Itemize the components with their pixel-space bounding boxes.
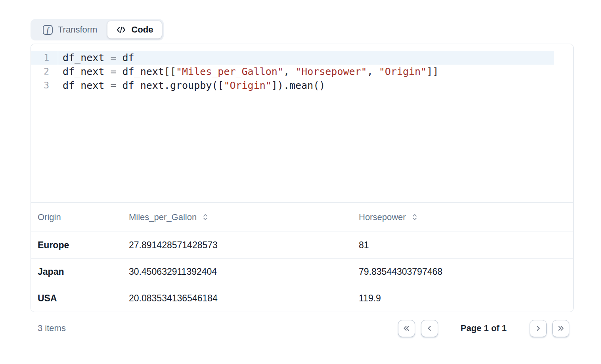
column-header-label: Horsepower [359, 212, 406, 222]
code-token: ]).mean() [272, 80, 325, 91]
cell-origin: USA [31, 293, 129, 304]
cell-horsepower: 81 [359, 240, 573, 251]
code-line: 2df_next = df_next[["Miles_per_Gallon", … [31, 65, 554, 79]
sort-icon [202, 213, 209, 221]
tab-code-label: Code [131, 25, 153, 35]
column-header-label: Miles_per_Gallon [129, 212, 197, 222]
line-number: 3 [31, 79, 58, 92]
column-header-horsepower: Horsepower [359, 212, 573, 222]
code-token: df_next = df_next[[ [63, 66, 176, 77]
code-token: , [367, 66, 379, 77]
next-page-button[interactable] [530, 320, 547, 337]
code-and-result-card: 1df_next = df2df_next = df_next[["Miles_… [31, 44, 574, 312]
table-header-row: OriginMiles_per_GallonHorsepower [31, 203, 573, 232]
code-token: , [283, 66, 295, 77]
code-token: "Horsepower" [295, 66, 367, 77]
last-page-button[interactable] [552, 320, 569, 337]
code-icon [116, 25, 126, 34]
cell-horsepower: 119.9 [359, 293, 573, 304]
table-body: Europe27.89142857142857381Japan30.450632… [31, 232, 573, 312]
tab-code[interactable]: Code [107, 21, 162, 38]
code-content: df_next = df_next.groupby(["Origin"]).me… [58, 79, 325, 92]
table-row: Japan30.45063291139240479.83544303797468 [31, 259, 573, 285]
code-line: 1df_next = df [31, 51, 554, 65]
sort-button[interactable] [202, 213, 209, 221]
cell-miles-per-gallon: 27.891428571428573 [129, 240, 359, 251]
code-token: "Origin" [379, 66, 427, 77]
last-page-icon [557, 324, 565, 332]
next-page-icon [534, 324, 542, 332]
page-indicator: Page 1 of 1 [461, 323, 507, 333]
gutter-divider [58, 44, 58, 202]
code-content: df_next = df [58, 51, 134, 65]
column-header-origin: Origin [31, 212, 129, 222]
first-page-icon [402, 324, 411, 332]
code-token: df_next = df_next.groupby([ [63, 80, 224, 91]
cell-origin: Europe [31, 240, 129, 251]
cell-horsepower: 79.83544303797468 [359, 266, 573, 277]
code-token: "Miles_per_Gallon" [176, 66, 283, 77]
tab-transform[interactable]: f Transform [33, 21, 107, 38]
cell-miles-per-gallon: 30.450632911392404 [129, 266, 359, 277]
table-row: USA20.083534136546184119.9 [31, 285, 573, 312]
cell-miles-per-gallon: 20.083534136546184 [129, 293, 359, 304]
items-count: 3 items [31, 323, 398, 333]
prev-page-button[interactable] [421, 320, 438, 337]
code-editor[interactable]: 1df_next = df2df_next = df_next[["Miles_… [31, 44, 573, 203]
sort-button[interactable] [412, 213, 418, 221]
pagination-controls: Page 1 of 1 [398, 320, 569, 337]
cell-origin: Japan [31, 266, 129, 277]
line-number: 2 [31, 65, 58, 79]
prev-page-icon [425, 324, 433, 332]
main-panel: f Transform Code 1df_next = df2df_next =… [31, 19, 574, 338]
code-token: ]] [427, 66, 438, 77]
table-footer: 3 items Page 1 of 1 [31, 319, 574, 338]
table-row: Europe27.89142857142857381 [31, 232, 573, 259]
function-icon: f [43, 25, 53, 35]
column-header-label: Origin [38, 212, 61, 222]
sort-icon [412, 213, 418, 221]
tab-transform-label: Transform [58, 25, 97, 35]
line-number: 1 [31, 51, 58, 65]
view-mode-tabs: f Transform Code [31, 19, 164, 40]
code-line: 3df_next = df_next.groupby(["Origin"]).m… [31, 79, 554, 92]
column-header-miles_per_gallon: Miles_per_Gallon [129, 212, 359, 222]
first-page-button[interactable] [398, 320, 415, 337]
code-content: df_next = df_next[["Miles_per_Gallon", "… [58, 65, 438, 79]
code-token: df_next = df [63, 52, 134, 63]
code-token: "Origin" [224, 80, 271, 91]
